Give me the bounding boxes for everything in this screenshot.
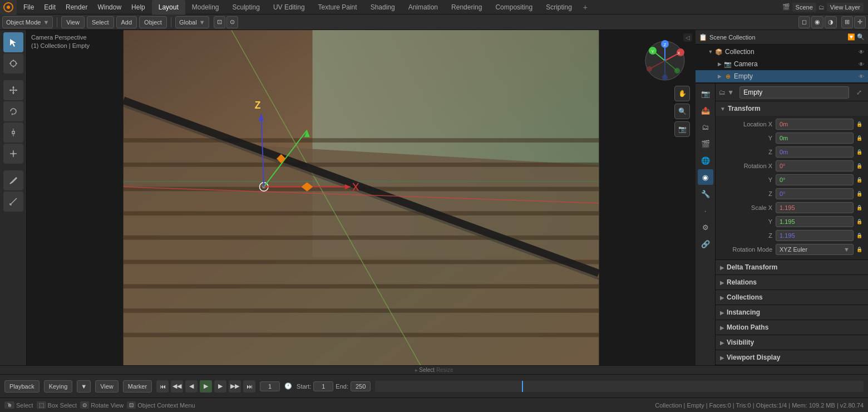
select-tool[interactable] (3, 32, 23, 52)
resize-handle[interactable]: ▸ Select Resize (0, 365, 868, 374)
particles-props-btn[interactable]: · (698, 203, 713, 218)
current-frame[interactable]: 1 (260, 381, 280, 391)
add-workspace-btn[interactable]: + (579, 2, 592, 13)
scale-x-lock[interactable]: 🔒 (855, 203, 864, 212)
scene-selector[interactable]: Scene (792, 3, 816, 12)
tab-animation[interactable]: Animation (402, 0, 445, 14)
world-props-btn[interactable]: 🌐 (698, 153, 713, 168)
next-keyframe-btn[interactable]: ▶▶ (229, 380, 241, 393)
navigation-gizmo[interactable]: X Y Z (643, 38, 687, 83)
cursor-tool[interactable] (3, 53, 23, 73)
location-z-lock[interactable]: 🔒 (855, 148, 864, 156)
rendered-btn[interactable]: ◑ (825, 16, 837, 28)
rotate-tool[interactable] (3, 101, 23, 121)
hand-tool-btn[interactable]: ✋ (674, 86, 690, 101)
scale-y-lock[interactable]: 🔒 (855, 217, 864, 226)
object-name-input[interactable]: Empty (739, 86, 849, 99)
object-btn[interactable]: Object (139, 16, 167, 28)
view-layer-selector[interactable]: View Layer (827, 3, 864, 12)
view-layer-props-btn[interactable]: 🗂 (698, 119, 713, 135)
location-z-value[interactable]: 0m (776, 146, 854, 158)
tab-uv-editing[interactable]: UV Editing (267, 0, 312, 14)
expand-camera-icon[interactable]: ▶ (716, 60, 723, 68)
snap-btn[interactable]: ⊡ (214, 16, 225, 28)
rotation-y-lock[interactable]: 🔒 (855, 175, 864, 184)
expand-icon[interactable]: ▼ (707, 48, 714, 56)
measure-tool[interactable] (3, 192, 23, 212)
outliner-item-collection[interactable]: ▼ 📦 Collection 👁 (696, 46, 868, 58)
end-frame[interactable]: 250 (351, 381, 371, 391)
tab-layout[interactable]: Layout (152, 0, 185, 14)
keying-dropdown[interactable]: ▼ (77, 380, 91, 393)
eye-icon-collection[interactable]: 👁 (857, 47, 866, 56)
menu-file[interactable]: File (19, 2, 38, 12)
scale-x-value[interactable]: 1.195 (776, 202, 854, 213)
tab-sculpting[interactable]: Sculpting (226, 0, 267, 14)
viewport[interactable]: Camera Perspective (1) Collection | Empt… (27, 30, 696, 365)
view-btn[interactable]: View (61, 16, 85, 28)
props-maximize-btn[interactable]: ⤢ (854, 87, 865, 98)
menu-render[interactable]: Render (61, 2, 92, 12)
move-tool[interactable] (3, 80, 23, 100)
motion-paths-header[interactable]: ▶ Motion Paths (716, 320, 868, 335)
location-y-lock[interactable]: 🔒 (855, 134, 864, 143)
tab-compositing[interactable]: Compositing (489, 0, 539, 14)
menu-help[interactable]: Help (127, 2, 150, 12)
eye-icon-empty[interactable]: 👁 (857, 72, 866, 81)
render-mode-btn[interactable]: ◻ (798, 16, 810, 28)
global-selector[interactable]: Global ▼ (175, 16, 209, 28)
scale-z-lock[interactable]: 🔒 (855, 231, 864, 240)
keying-menu[interactable]: Keying (44, 380, 73, 393)
marker-menu[interactable]: Marker (123, 380, 152, 393)
rotation-x-value[interactable]: 0° (776, 160, 854, 171)
tab-shading[interactable]: Shading (364, 0, 402, 14)
menu-edit[interactable]: Edit (40, 2, 60, 12)
timeline-track[interactable] (375, 381, 864, 392)
timeline-view-menu[interactable]: View (95, 380, 119, 393)
location-x-value[interactable]: 0m (776, 119, 854, 130)
next-frame-btn[interactable]: ▶ (214, 380, 226, 393)
rotation-mode-select[interactable]: XYZ Euler ▼ (776, 244, 854, 255)
rotation-mode-lock[interactable]: 🔒 (855, 245, 864, 254)
outliner-search-icon[interactable]: 🔍 (857, 33, 865, 41)
rotation-z-value[interactable]: 0° (776, 188, 854, 199)
instancing-header[interactable]: ▶ Instancing (716, 305, 868, 320)
output-props-btn[interactable]: 📤 (698, 102, 713, 118)
location-y-value[interactable]: 0m (776, 133, 854, 144)
tab-texture-paint[interactable]: Texture Paint (312, 0, 364, 14)
location-x-lock[interactable]: 🔒 (855, 120, 864, 129)
scene-props-btn[interactable]: 🎬 (698, 136, 713, 151)
select-btn[interactable]: Select (87, 16, 114, 28)
play-btn[interactable]: ▶ (200, 380, 212, 393)
add-btn[interactable]: Add (116, 16, 137, 28)
expand-empty-icon[interactable]: ▶ (716, 72, 723, 80)
jump-end-btn[interactable]: ⏭ (243, 380, 255, 393)
menu-window[interactable]: Window (93, 2, 126, 12)
rotation-y-value[interactable]: 0° (776, 174, 854, 185)
zoom-btn[interactable]: 🔍 (674, 104, 690, 119)
jump-start-btn[interactable]: ⏮ (156, 380, 169, 393)
outliner-filter-icon[interactable]: 🔽 (847, 33, 855, 41)
object-props-btn[interactable]: ◉ (698, 169, 713, 185)
prev-keyframe-btn[interactable]: ◀◀ (171, 380, 183, 393)
rotation-z-lock[interactable]: 🔒 (855, 189, 864, 198)
transform-tool[interactable] (3, 144, 23, 164)
constraints-props-btn[interactable]: 🔗 (698, 236, 713, 252)
material-preview-btn[interactable]: ◉ (811, 16, 823, 28)
scale-tool[interactable] (3, 122, 23, 143)
overlay-btn[interactable]: ⊞ (841, 16, 853, 28)
rotation-x-lock[interactable]: 🔒 (855, 161, 864, 170)
start-frame[interactable]: 1 (313, 381, 333, 391)
gizmo-btn[interactable]: ✛ (854, 16, 866, 28)
scale-z-value[interactable]: 1.195 (776, 230, 854, 241)
transform-header[interactable]: ▼ Transform (716, 101, 868, 116)
modifier-props-btn[interactable]: 🔧 (698, 186, 713, 202)
delta-transform-header[interactable]: ▶ Delta Transform (716, 260, 868, 274)
outliner-item-camera[interactable]: ▶ 📷 Camera 👁 (696, 58, 868, 70)
viewport-collapse-btn[interactable]: ◁ (683, 33, 692, 42)
prev-frame-btn[interactable]: ◀ (185, 380, 198, 393)
playback-menu[interactable]: Playback (4, 380, 40, 393)
outliner-item-empty[interactable]: ▶ ⊕ Empty 👁 (696, 70, 868, 82)
visibility-header[interactable]: ▶ Visibility (716, 335, 868, 350)
props-header-dropdown[interactable]: 🗂 ▼ (719, 89, 734, 96)
